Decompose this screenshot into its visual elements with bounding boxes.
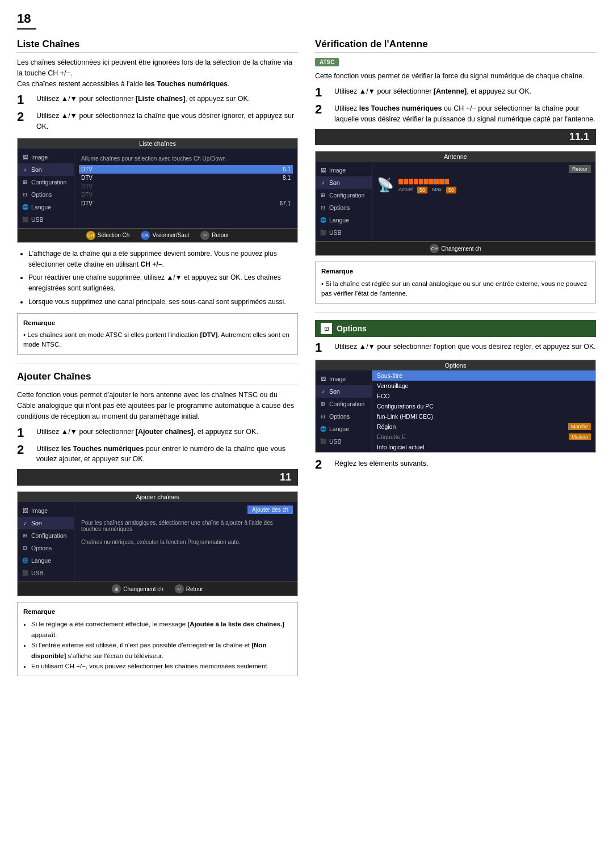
ant-menu-son: ♪ Son	[316, 176, 372, 189]
config-icon-3: ⊞	[319, 191, 327, 199]
config-icon: ⊞	[21, 178, 29, 186]
usb-icon-3: ⬛	[319, 229, 327, 237]
usb-icon-4: ⬛	[319, 437, 327, 445]
verification-antenne-title: Vérification de l'Antenne	[315, 39, 596, 53]
signal-values: Actuel 50 Max 50	[398, 187, 456, 193]
config-icon-2: ⊞	[21, 532, 29, 540]
ajouter-menu-usb: ⬛ USB	[18, 567, 74, 579]
ant-menu-langue: 🌐 Langue	[316, 214, 372, 226]
ok-icon: OK	[141, 231, 150, 240]
bar-3	[409, 179, 413, 184]
ajouter-menu-config: ⊞ Configuration	[18, 529, 74, 542]
antenna-visual: 📡	[377, 176, 591, 193]
son-icon-4: ♪	[319, 387, 327, 395]
section-divider-1	[17, 364, 298, 364]
bar-1	[398, 179, 403, 184]
ant-menu-image: 🖼 Image	[316, 164, 372, 176]
signal-area: Actuel 50 Max 50	[398, 176, 456, 193]
liste-content: Allume chaînes pour sélection avec touch…	[74, 149, 297, 228]
menu-image: 🖼 Image	[18, 151, 74, 163]
verification-remark: Remarque • Si la chaîne est réglée sur u…	[315, 262, 596, 304]
liste-chaines-section: Liste Chaînes Les chaînes sélectionnées …	[17, 39, 298, 355]
actuel-val: 50	[417, 187, 427, 193]
retour-btn-ajouter: ↩ Retour	[175, 584, 203, 593]
ajouter-chaines-section: Ajouter Chaînes Cette fonction vous perm…	[17, 371, 298, 676]
ant-menu-options: ⊡ Options	[316, 201, 372, 214]
opt-menu-options: ⊡ Options	[316, 410, 372, 423]
ajouter-menu-langue: 🌐 Langue	[18, 554, 74, 567]
bullet-2: Pour réactiver une chaîne supprimée, uti…	[28, 272, 298, 294]
antenne-ch-icon: CH	[430, 244, 439, 253]
antenne-menu-col: 🖼 Image ♪ Son ⊞ Configuration ⊡ Options	[316, 162, 372, 241]
son-icon-3: ♪	[319, 179, 327, 187]
retour-badge: Retour	[569, 165, 591, 173]
ajouter-info-2: Chaînes numériques, exécuter la fonction…	[79, 536, 293, 549]
bar-5	[419, 179, 423, 184]
liste-chaines-screen-title: Liste chaînes	[18, 138, 297, 149]
langue-icon: 🌐	[21, 203, 29, 211]
section-divider-2	[315, 313, 596, 313]
menu-options: ⊡ Options	[18, 188, 74, 201]
options-screen-title: Options	[316, 360, 595, 370]
options-step-2: 2 Réglez les éléments suivants.	[315, 458, 596, 471]
options-screen: Options 🖼 Image ♪ Son ⊞ Configuration	[315, 360, 596, 453]
page-number: 18	[17, 11, 36, 30]
ajouter-step-1: 1 Utilisez ▲/▼ pour sélectionner [Ajoute…	[17, 427, 298, 439]
ajouter-menu-options: ⊡ Options	[18, 542, 74, 554]
options-content: Sous-titre Verrouillage ECO Configuratio…	[372, 370, 595, 452]
ajouter-chaines-intro: Cette fonction vous permet d'ajouter le …	[17, 390, 298, 422]
image-icon: 🖼	[21, 153, 29, 161]
liste-bullets: L'affichage de la chaîne qui a été suppr…	[23, 248, 298, 307]
liste-remark: Remarque • Les chaînes sont en mode ATSC…	[17, 313, 298, 355]
bullet-3: Lorsque vous supprimez une canal princip…	[28, 297, 298, 307]
changement-ch-btn: ⊞ Changement ch	[112, 584, 163, 593]
bar-6	[424, 179, 429, 184]
image-icon-4: 🖼	[319, 375, 327, 383]
son-icon: ♪	[21, 166, 29, 174]
antenne-changement-ch-btn: CH Changement ch	[430, 244, 481, 253]
ajouter-remark-3: En utilisant CH +/−, vous pouvez sélecti…	[31, 661, 292, 671]
option-verrouillage: Verrouillage	[372, 381, 595, 391]
option-funlink: fun-Link (HDMI CEC)	[372, 411, 595, 422]
option-etiquette: Etiquette E Maison	[372, 432, 595, 442]
ajouter-bottom-bar: ⊞ Changement ch ↩ Retour	[18, 582, 297, 596]
liste-remark-title: Remarque	[23, 318, 292, 328]
ajouter-remark: Remarque Si le réglage a été correctemen…	[17, 602, 298, 676]
ajouter-chaines-screen: Ajouter chaînes 🖼 Image ♪ Son ⊞ Configur…	[17, 491, 298, 596]
ajouter-chaines-title: Ajouter Chaînes	[17, 371, 298, 385]
langue-icon-3: 🌐	[319, 216, 327, 224]
menu-son: ♪ Son	[18, 163, 74, 176]
liste-bottom-bar: CH Sélection Ch OK Visionner/Saut ↩ Reto…	[18, 228, 297, 242]
right-column: Vérification de l'Antenne ATSC Cette fon…	[315, 39, 596, 682]
ant-menu-config: ⊞ Configuration	[316, 189, 372, 201]
retour-icon-ajouter: ↩	[175, 584, 184, 593]
option-info-logiciel: Info logiciel actuel	[372, 442, 595, 452]
option-sous-titre: Sous-titre	[372, 370, 595, 381]
opt-menu-config: ⊞ Configuration	[316, 398, 372, 410]
verification-number-badge: 11.1	[315, 129, 596, 145]
ajouter-info-1: Pour les chaînes analogiques, sélectionn…	[79, 516, 293, 536]
channel-dtv-671: DTV67.1	[79, 199, 293, 208]
bar-4	[414, 179, 418, 184]
config-icon-4: ⊞	[319, 400, 327, 408]
bar-2	[404, 179, 408, 184]
ajouter-remark-2: Si l'entrée externe est utilisée, il n'e…	[31, 640, 292, 661]
channel-dtv-empty1: DTV	[79, 182, 293, 191]
ajouter-menu-image: 🖼 Image	[18, 504, 74, 517]
ch-icon: CH	[86, 231, 95, 240]
option-etiquette-value: Maison	[569, 433, 591, 440]
channel-dtv-empty2: DTV	[79, 191, 293, 199]
options-header: ⊡ Options	[315, 320, 596, 337]
left-column: Liste Chaînes Les chaînes sélectionnées …	[17, 39, 298, 682]
max-val: 50	[446, 187, 456, 193]
antenne-bottom-bar: CH Changement ch	[316, 241, 595, 255]
option-region: Région Marche	[372, 422, 595, 432]
ajouter-number-badge: 11	[17, 469, 298, 486]
liste-chaines-intro: Les chaînes sélectionnées ici peuvent êt…	[17, 57, 298, 89]
options-icon-menu: ⊡	[21, 191, 29, 199]
option-eco: ECO	[372, 391, 595, 401]
options-icon-3: ⊡	[319, 204, 327, 212]
options-step-1: 1 Utilisez ▲/▼ pour sélectionner l'optio…	[315, 342, 596, 354]
ajouter-remark-1: Si le réglage a été correctement effectu…	[31, 619, 292, 640]
ajouter-content: Ajouter des ch Pour les chaînes analogiq…	[74, 502, 297, 582]
